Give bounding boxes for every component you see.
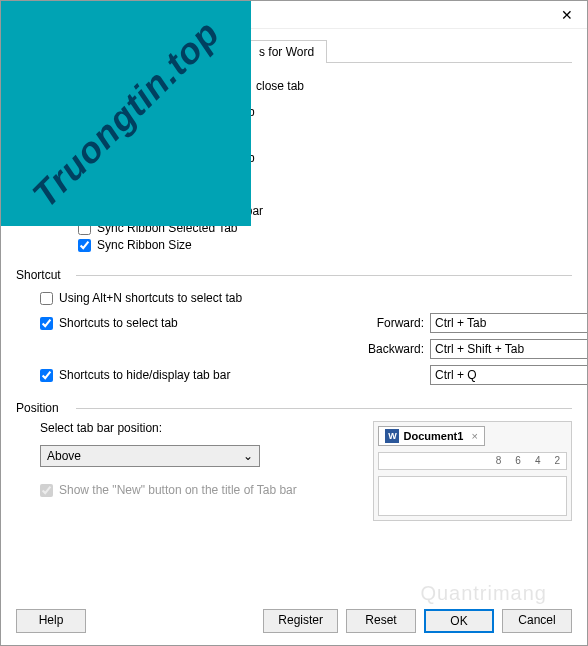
shortcuts-hide-checkbox[interactable]: [40, 369, 53, 382]
shortcuts-select-checkbox[interactable]: [40, 317, 53, 330]
backward-input[interactable]: Ctrl + Shift + Tab: [430, 339, 588, 359]
show-new-label: Show the "New" button on the title of Ta…: [59, 483, 297, 497]
ruler-tick: 6: [515, 455, 521, 467]
appearance-frag-1: b: [248, 105, 572, 119]
shortcut-section: Shortcut Using Alt+N shortcuts to select…: [16, 266, 572, 385]
use-altn-label: Using Alt+N shortcuts to select tab: [59, 291, 242, 305]
ruler-tick: 8: [496, 455, 502, 467]
shortcuts-select-label: Shortcuts to select tab: [59, 316, 178, 330]
position-select[interactable]: Above ⌄: [40, 445, 260, 467]
hide-input[interactable]: Ctrl + Q: [430, 365, 588, 385]
help-button[interactable]: Help: [16, 609, 86, 633]
sync-size-label: Sync Ribbon Size: [97, 238, 192, 252]
forward-input[interactable]: Ctrl + Tab: [430, 313, 588, 333]
register-button[interactable]: Register: [263, 609, 338, 633]
watermark-overlay: Truongtin.top: [1, 1, 251, 226]
word-icon: W: [385, 429, 399, 443]
preview-doc-name: Document1: [403, 430, 463, 442]
sync-size-checkbox[interactable]: [78, 239, 91, 252]
background-watermark: Quantrimang: [420, 582, 547, 605]
appearance-frag-2: b: [248, 151, 572, 165]
watermark-text: Truongtin.top: [24, 12, 228, 216]
position-section: Position Select tab bar position: Above …: [16, 399, 572, 521]
show-new-checkbox: [40, 484, 53, 497]
chevron-down-icon: ⌄: [243, 449, 253, 463]
reset-button[interactable]: Reset: [346, 609, 416, 633]
shortcuts-hide-label: Shortcuts to hide/display tab bar: [59, 368, 230, 382]
use-altn-checkbox[interactable]: [40, 292, 53, 305]
forward-label: Forward:: [360, 316, 430, 330]
appearance-close-tab: close tab: [256, 79, 572, 93]
preview-doc-tab: W Document1 ×: [378, 426, 484, 446]
ok-button[interactable]: OK: [424, 609, 494, 633]
shortcut-title: Shortcut: [16, 268, 67, 282]
preview-ruler: 8 6 4 2: [378, 452, 567, 470]
position-select-label: Select tab bar position:: [40, 421, 357, 435]
close-button[interactable]: ✕: [547, 1, 587, 29]
backward-label: Backward:: [360, 342, 430, 356]
position-title: Position: [16, 401, 65, 415]
position-select-value: Above: [47, 449, 81, 463]
cancel-button[interactable]: Cancel: [502, 609, 572, 633]
position-preview: W Document1 × 8 6 4 2: [373, 421, 572, 521]
tab-for-word[interactable]: s for Word: [246, 40, 327, 63]
preview-page: [378, 476, 567, 516]
close-icon: ×: [471, 430, 477, 442]
ruler-tick: 2: [554, 455, 560, 467]
ruler-tick: 4: [535, 455, 541, 467]
button-bar: Help Register Reset OK Cancel: [16, 609, 572, 633]
